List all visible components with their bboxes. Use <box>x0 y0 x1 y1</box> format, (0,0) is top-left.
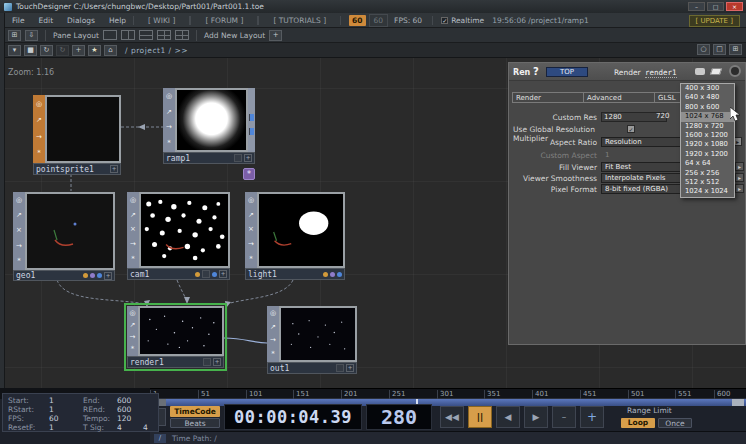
play-reverse-button[interactable]: ◀ <box>496 406 520 428</box>
menu-edit[interactable]: Edit <box>32 16 61 25</box>
node-scroll-strip[interactable] <box>248 88 255 152</box>
flag-box[interactable] <box>234 154 242 162</box>
node-flag-strip[interactable]: ◎ ↗ × → * <box>245 192 257 268</box>
pick-flag-icon[interactable]: * <box>167 140 171 147</box>
pixel-format-menu-arrow[interactable]: ▸ <box>735 184 744 193</box>
clone-flag-icon[interactable]: → <box>36 134 42 141</box>
use-global-checkbox[interactable]: ✓ <box>627 125 635 133</box>
menu-help[interactable]: Help <box>102 16 133 25</box>
layout-single-icon[interactable] <box>103 30 117 40</box>
clone-flag-icon[interactable]: → <box>16 243 22 250</box>
menu-item[interactable]: 1024 x 1024 <box>681 187 734 196</box>
pause-button[interactable]: || <box>468 406 492 428</box>
expand-plus-icon[interactable]: + <box>219 270 227 278</box>
node-name-bar[interactable]: light1 <box>245 268 345 280</box>
node-flag-strip[interactable]: ◎ ↗ → * <box>33 95 45 163</box>
loop-button[interactable]: Loop <box>621 418 655 428</box>
pick-dot[interactable] <box>97 273 102 278</box>
node-name-bar[interactable]: pointsprite1 + <box>33 163 121 175</box>
menu-item-highlighted[interactable]: 1024 x 768 <box>681 112 734 121</box>
time-path-slash-button[interactable]: / <box>154 434 166 443</box>
save-layout-icon[interactable]: ⇩ <box>25 30 38 41</box>
viewer-flag-icon[interactable]: ◎ <box>270 310 276 317</box>
node-name-bar[interactable]: out1 + <box>267 362 357 374</box>
menu-item[interactable]: 1600 x 1200 <box>681 131 734 140</box>
render-flag-icon[interactable]: ↗ <box>16 212 22 219</box>
close-button[interactable]: × <box>726 2 743 11</box>
clone-flag-icon[interactable]: → <box>248 241 254 248</box>
node-flag-strip[interactable]: ◎ ↗ → * <box>163 88 175 152</box>
grid-icon[interactable]: ⊞ <box>8 30 21 41</box>
help-icon[interactable]: ? <box>533 66 539 77</box>
display-dot[interactable] <box>195 272 200 277</box>
pick-flag-icon[interactable]: * <box>271 351 275 358</box>
pick-flag-icon[interactable]: * <box>249 256 253 263</box>
reload-dim-icon[interactable]: ↻ <box>56 45 69 56</box>
viewer-flag-icon[interactable]: ◎ <box>16 197 22 204</box>
node-name-bar[interactable]: geo1 + <box>13 270 115 281</box>
flag-box[interactable] <box>336 364 344 372</box>
op-name-field[interactable]: render1 <box>645 68 677 78</box>
back-icon[interactable]: ▾ <box>8 45 21 56</box>
menu-item[interactable]: 512 x 512 <box>681 178 734 187</box>
realtime-toggle[interactable]: ✓ Realtime <box>441 16 484 25</box>
add-layout-button[interactable]: + <box>269 30 282 41</box>
layout-vsplit-icon[interactable] <box>121 30 135 40</box>
language-icon[interactable] <box>710 68 722 75</box>
viewer-flag-icon[interactable]: ◎ <box>36 101 42 108</box>
menu-file[interactable]: File <box>5 16 32 25</box>
aspect-ratio-menu[interactable]: Resolution <box>601 137 681 147</box>
node-ramp1[interactable]: ◎ ↗ → * ramp1 + <box>163 88 255 164</box>
render-flag-icon[interactable]: ↗ <box>166 109 172 116</box>
update-button[interactable]: [ UPDATE ] <box>689 15 740 27</box>
pick-flag-icon[interactable]: * <box>131 346 135 353</box>
node-out1[interactable]: ◎ ↗ → * out1 <box>267 306 357 374</box>
pick-dot[interactable] <box>212 272 217 277</box>
menu-item[interactable]: 800 x 600 <box>681 103 734 112</box>
pane-options-icon[interactable]: ⊞ <box>729 44 742 55</box>
tab-render[interactable]: Render <box>512 92 583 103</box>
render-dot[interactable] <box>330 272 335 277</box>
menu-item[interactable]: 1280 x 720 <box>681 122 734 131</box>
bypass-flag-icon[interactable]: × <box>248 226 254 233</box>
viewer-flag-icon[interactable]: ◎ <box>129 310 135 317</box>
add-icon[interactable]: + <box>72 45 85 56</box>
node-light1[interactable]: ◎ ↗ × → * light1 <box>245 192 345 280</box>
render-flag-icon[interactable]: ↗ <box>36 117 42 124</box>
template-badge-icon[interactable]: * <box>243 168 255 180</box>
display-dot[interactable] <box>323 272 328 277</box>
viewer-smoothness-menu[interactable]: Interpolate Pixels <box>601 173 681 183</box>
tab-advanced[interactable]: Advanced <box>583 92 654 103</box>
beats-mode-button[interactable]: Beats <box>170 418 220 428</box>
menu-item[interactable]: 400 x 300 <box>681 84 734 93</box>
clone-flag-icon[interactable]: → <box>130 241 136 248</box>
display-dot[interactable] <box>83 273 88 278</box>
node-viewer[interactable] <box>45 95 121 163</box>
gear-icon[interactable] <box>729 65 741 77</box>
node-pointsprite1[interactable]: ◎ ↗ → * pointsprite1 + <box>33 95 121 175</box>
render-flag-icon[interactable]: ↗ <box>130 212 136 219</box>
clone-flag-icon[interactable]: → <box>166 124 172 131</box>
once-button[interactable]: Once <box>658 418 692 428</box>
node-flag-strip[interactable]: ◎ ↗ × → * <box>13 192 25 270</box>
bypass-flag-icon[interactable]: × <box>130 226 136 233</box>
menu-item[interactable]: 1920 x 1200 <box>681 150 734 159</box>
clone-flag-icon[interactable]: → <box>270 337 276 344</box>
viewer-flag-icon[interactable]: ◎ <box>130 197 136 204</box>
maximize-button[interactable]: □ <box>707 2 724 11</box>
node-viewer[interactable] <box>139 192 230 268</box>
timecode-mode-button[interactable]: TimeCode <box>170 406 220 417</box>
node-name-bar[interactable]: ramp1 + <box>163 152 255 164</box>
pane-viewer-icon[interactable]: ○ <box>697 44 710 55</box>
node-flag-strip[interactable]: ◎ ↗ → * <box>267 306 279 362</box>
frame-ruler[interactable]: 1 51 101 151 201 251 301 351 401 451 501… <box>150 388 746 399</box>
pane-split-icon[interactable]: □ <box>713 44 726 55</box>
expand-plus-icon[interactable]: + <box>346 364 354 372</box>
layout-quad-icon[interactable] <box>157 30 171 40</box>
node-flag-strip[interactable]: ◎ ↗ × → * <box>127 192 139 268</box>
bypass-flag-icon[interactable]: × <box>16 227 22 234</box>
tutorials-link[interactable]: [ TUTORIALS ] <box>258 16 341 25</box>
node-geo1[interactable]: ◎ ↗ × → * geo1 <box>13 192 115 280</box>
breadcrumb[interactable]: / project1 / >> <box>125 46 188 55</box>
menu-item[interactable]: 64 x 64 <box>681 159 734 168</box>
